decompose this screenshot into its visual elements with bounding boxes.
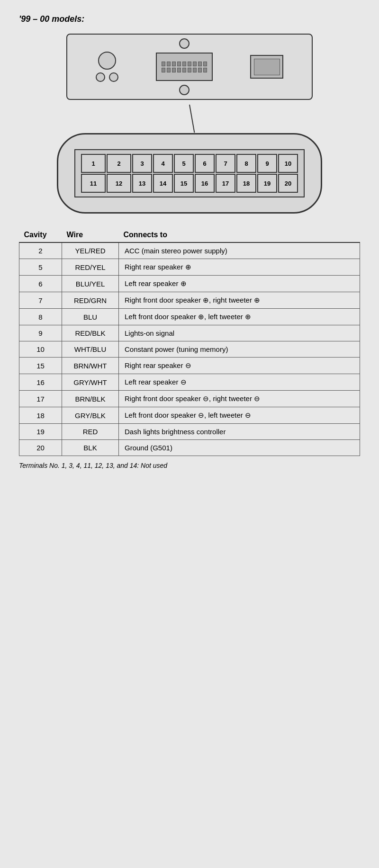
pin-15: 15 [174,174,194,193]
pin [193,68,197,72]
pin [167,62,171,66]
cell-cavity: 8 [19,309,62,325]
cell-connects: Left rear speaker ⊕ [119,276,360,292]
cell-cavity: 10 [19,341,62,358]
table-row: 20 BLK Ground (G501) [19,440,360,456]
header-wire: Wire [62,228,119,242]
table-row: 17 BRN/BLK Right front door speaker ⊖, r… [19,391,360,407]
cell-cavity: 16 [19,374,62,391]
pin-row-top: 1 2 3 4 5 6 7 8 9 10 [81,154,298,173]
stereo-diagram [19,34,360,100]
pin-2: 2 [107,154,131,173]
pin-layout: 1 2 3 4 5 6 7 8 9 10 [81,154,298,193]
wiring-table-section: Cavity Wire Connects to 2 YEL/RED ACC (m… [19,228,360,456]
cell-wire: RED/GRN [62,292,119,309]
cell-cavity: 9 [19,325,62,341]
stereo-right-section [250,55,283,79]
cell-connects: Lights-on signal [119,325,360,341]
table-row: 9 RED/BLK Lights-on signal [19,325,360,341]
connector-row-bottom [162,68,207,72]
cell-wire: RED/BLK [62,325,119,341]
cell-cavity: 15 [19,358,62,374]
table-row: 16 GRY/WHT Left rear speaker ⊖ [19,374,360,391]
pin-9-10-stack: 9 [257,154,277,173]
footer-note: Terminals No. 1, 3, 4, 11, 12, 13, and 1… [19,462,360,469]
cell-cavity: 7 [19,292,62,309]
header-connects: Connects to [119,228,360,242]
cell-cavity: 18 [19,407,62,424]
small-circle-2 [109,72,118,82]
pin [177,68,181,72]
table-row: 6 BLU/YEL Left rear speaker ⊕ [19,276,360,292]
large-circle [98,52,116,70]
cell-connects: Right front door speaker ⊖, right tweete… [119,391,360,407]
cell-wire: BRN/BLK [62,391,119,407]
table-row: 10 WHT/BLU Constant power (tuning memory… [19,341,360,358]
pin-20: 20 [278,174,298,193]
cell-connects: Left rear speaker ⊖ [119,374,360,391]
pin-1: 1 [81,154,106,173]
table-row: 8 BLU Left front door speaker ⊕, left tw… [19,309,360,325]
table-header-row: Cavity Wire Connects to [19,228,360,242]
pin [172,62,176,66]
table-row: 5 RED/YEL Right rear speaker ⊕ [19,259,360,276]
header-cavity: Cavity [19,228,62,242]
pin [182,62,186,66]
pin [203,62,207,66]
pin-row-bottom: 11 12 13 14 15 16 17 18 19 20 [81,174,298,193]
cell-connects: Constant power (tuning memory) [119,341,360,358]
page-title: '99 – 00 models: [19,14,360,24]
cell-connects: Left front door speaker ⊖, left tweeter … [119,407,360,424]
cell-wire: WHT/BLU [62,341,119,358]
pin-10: 10 [278,154,298,173]
pin [198,62,202,66]
cell-connects: ACC (main stereo power supply) [119,242,360,259]
pin [203,68,207,72]
pin-4: 4 [153,154,173,173]
cell-wire: BLU/YEL [62,276,119,292]
cell-wire: BRN/WHT [62,358,119,374]
cell-cavity: 5 [19,259,62,276]
table-row: 18 GRY/BLK Left front door speaker ⊖, le… [19,407,360,424]
pin [177,62,181,66]
pin [172,68,176,72]
cell-connects: Right front door speaker ⊕, right tweete… [119,292,360,309]
cell-wire: GRY/BLK [62,407,119,424]
pin-6: 6 [195,154,215,173]
pin-8: 8 [236,154,256,173]
table-row: 7 RED/GRN Right front door speaker ⊕, ri… [19,292,360,309]
table-row: 19 RED Dash lights brightness controller [19,424,360,440]
stereo-unit [66,34,313,100]
small-circle-1 [96,72,105,82]
cell-wire: RED [62,424,119,440]
table-row: 15 BRN/WHT Right rear speaker ⊖ [19,358,360,374]
single-circle [179,38,190,49]
cell-wire: RED/YEL [62,259,119,276]
pin-14: 14 [153,174,173,193]
connector-row-top [162,62,207,66]
slot-box [250,55,283,79]
cell-cavity: 19 [19,424,62,440]
pin [198,68,202,72]
cell-wire: GRY/WHT [62,374,119,391]
pin [188,68,191,72]
arrow-line [189,105,195,133]
cell-connects: Dash lights brightness controller [119,424,360,440]
pin-13: 13 [132,174,152,193]
pin-16: 16 [195,174,215,193]
stereo-middle-section [156,38,213,95]
cell-wire: BLU [62,309,119,325]
cell-cavity: 20 [19,440,62,456]
pin-17: 17 [216,174,235,193]
slot-inner [254,59,280,75]
cell-cavity: 6 [19,276,62,292]
wiring-table: Cavity Wire Connects to 2 YEL/RED ACC (m… [19,228,360,456]
small-circles [96,72,118,82]
pin-9: 9 [257,154,277,173]
cell-wire: BLK [62,440,119,456]
connector-oval: 1 2 3 4 5 6 7 8 9 10 [57,133,322,214]
connector-oval-container: 1 2 3 4 5 6 7 8 9 10 [19,133,360,214]
pin-12: 12 [107,174,131,193]
cell-cavity: 2 [19,242,62,259]
connector-grid-wrapper: 1 2 3 4 5 6 7 8 9 10 [74,149,305,197]
